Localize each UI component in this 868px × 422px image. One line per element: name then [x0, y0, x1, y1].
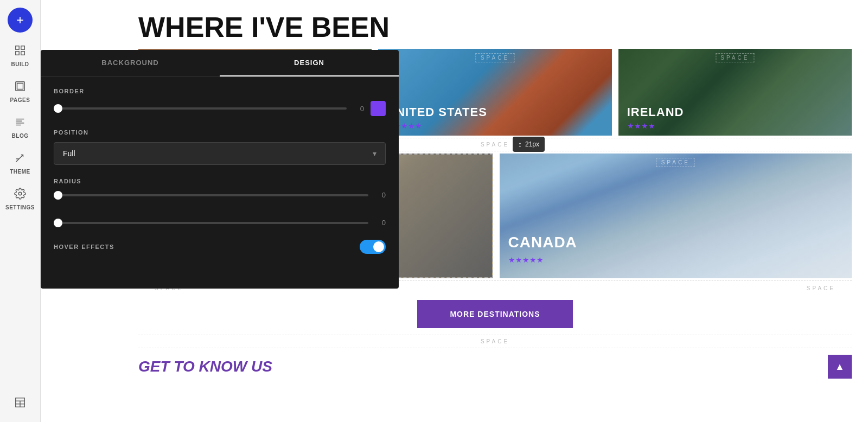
radius-slider-container [54, 194, 368, 196]
space-divider-3: SPACE [138, 335, 852, 348]
svg-rect-3 [21, 52, 24, 55]
svg-point-12 [18, 192, 22, 195]
shadow-row: 0 [54, 219, 386, 227]
us-label: UNITED STATES [387, 105, 487, 119]
radius-section: RADIUS 0 [54, 178, 386, 199]
main-content: WHERE I'VE BEEN SPACE ITALY ★★★★★ SPACE … [41, 0, 868, 422]
layout-icon [14, 397, 26, 411]
card-space-label: SPACE [716, 53, 754, 62]
sidebar-item-layout[interactable] [0, 390, 40, 422]
more-btn-container: MORE DESTINATIONS [122, 300, 868, 333]
shadow-slider-thumb[interactable] [54, 219, 62, 227]
resize-icon: ↕ [518, 140, 522, 149]
space-label-1: SPACE [481, 142, 509, 148]
border-color-swatch[interactable] [371, 101, 386, 116]
canada-label: CANADA [508, 234, 577, 251]
border-value: 0 [353, 105, 364, 113]
border-section: BORDER 0 [54, 88, 386, 116]
panel-body: BORDER 0 POSITION Full ▾ [41, 77, 399, 278]
space-label-3: SPACE [807, 285, 835, 291]
get-to-know-text: GET TO KNOW US [138, 358, 272, 375]
sidebar-item-pages[interactable]: PAGES [0, 74, 40, 110]
border-slider-container [54, 107, 347, 110]
ireland-stars: ★★★★ [627, 122, 655, 130]
svg-line-10 [16, 155, 23, 162]
add-button[interactable]: + [8, 8, 33, 33]
radius-row: 0 [54, 191, 386, 199]
svg-rect-1 [21, 46, 24, 49]
svg-rect-0 [16, 46, 19, 49]
theme-icon [14, 152, 26, 167]
hover-effects-toggle[interactable] [360, 240, 386, 254]
border-slider-track [54, 107, 347, 110]
sidebar-item-blog[interactable]: BLOG [0, 110, 40, 145]
card-space-label: SPACE [656, 158, 695, 167]
page-title: WHERE I'VE BEEN [122, 0, 868, 49]
blog-icon [14, 116, 26, 131]
destination-card-canada[interactable]: SPACE CANADA ★★★★★ [500, 154, 852, 278]
sidebar-theme-label: THEME [10, 169, 30, 175]
plus-icon: + [16, 12, 24, 28]
build-icon [14, 44, 26, 59]
canada-stars: ★★★★★ [508, 255, 544, 264]
pages-icon [14, 80, 26, 95]
svg-rect-5 [17, 84, 23, 89]
svg-rect-2 [16, 52, 19, 55]
hover-effects-section: HOVER EFFECTS [54, 240, 386, 254]
radius-value: 0 [375, 191, 386, 199]
destination-card-ireland[interactable]: SPACE IRELAND ★★★★ [618, 49, 852, 136]
border-slider-thumb[interactable] [54, 104, 62, 113]
tab-design[interactable]: DESIGN [220, 50, 399, 76]
hover-effects-label: HOVER EFFECTS [54, 244, 114, 250]
more-destinations-button[interactable]: MORE DESTINATIONS [417, 300, 572, 328]
ireland-label: IRELAND [627, 105, 684, 119]
sidebar-blog-label: BLOG [12, 133, 29, 139]
settings-icon [14, 188, 26, 202]
shadow-slider-track [54, 222, 368, 224]
position-value: Full [63, 149, 75, 158]
shadow-slider-container [54, 222, 368, 224]
tab-background[interactable]: BACKGROUND [41, 50, 220, 76]
shadow-section: 0 [54, 212, 386, 227]
shadow-value: 0 [375, 219, 386, 227]
chevron-up-icon: ▲ [835, 361, 845, 373]
sidebar-item-settings[interactable]: SETTINGS [0, 181, 40, 217]
scroll-up-button[interactable]: ▲ [828, 355, 852, 379]
sidebar-item-build[interactable]: BUILD [0, 38, 40, 74]
sidebar: + BUILD PAGES BLOG THE [0, 0, 41, 422]
position-select[interactable]: Full ▾ [54, 142, 386, 165]
design-panel: BACKGROUND DESIGN BORDER 0 [41, 50, 399, 289]
get-to-know-section: GET TO KNOW US ▲ [122, 350, 868, 383]
chevron-down-icon: ▾ [373, 149, 376, 158]
destination-card-us[interactable]: SPACE UNITED STATES ★★★★★ [378, 49, 611, 136]
position-section: POSITION Full ▾ [54, 129, 386, 165]
sidebar-build-label: BUILD [11, 61, 29, 67]
sidebar-pages-label: PAGES [10, 97, 30, 103]
position-label: POSITION [54, 129, 386, 136]
sidebar-settings-label: SETTINGS [5, 204, 35, 210]
toggle-thumb [373, 241, 384, 252]
panel-tabs: BACKGROUND DESIGN [41, 50, 399, 77]
border-label: BORDER [54, 88, 386, 94]
radius-slider-thumb[interactable] [54, 191, 62, 200]
space-label-4: SPACE [481, 338, 509, 344]
radius-slider-track [54, 194, 368, 196]
sidebar-item-theme[interactable]: THEME [0, 145, 40, 181]
border-row: 0 [54, 101, 386, 116]
card-space-label: SPACE [476, 53, 514, 62]
resize-value: 21px [525, 140, 539, 148]
resize-tooltip: ↕ 21px [513, 137, 545, 152]
radius-label: RADIUS [54, 178, 386, 184]
card-overlay [500, 154, 852, 278]
